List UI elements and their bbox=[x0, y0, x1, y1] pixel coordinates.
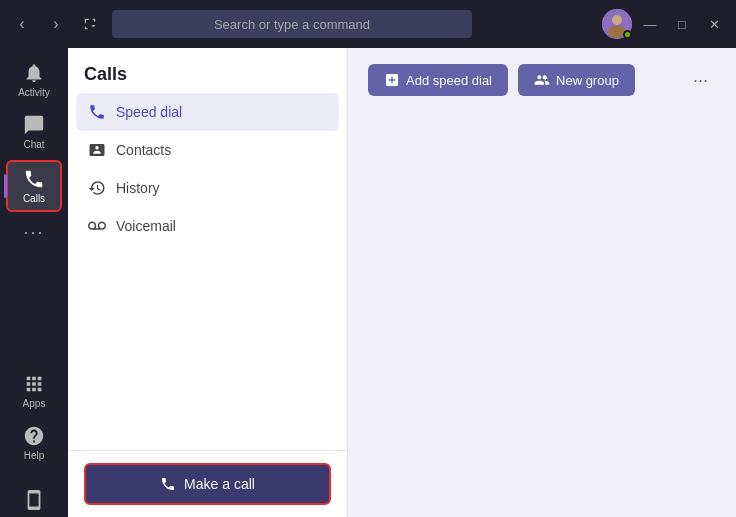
icon-sidebar: Activity Chat Calls ··· Apps bbox=[0, 48, 68, 517]
new-group-button[interactable]: New group bbox=[518, 64, 635, 96]
sidebar-item-more[interactable]: ··· bbox=[6, 216, 62, 249]
sidebar-item-apps[interactable]: Apps bbox=[6, 367, 62, 415]
sidebar-item-calls[interactable]: Calls bbox=[6, 160, 62, 212]
voicemail-label: Voicemail bbox=[116, 218, 176, 234]
forward-button[interactable]: › bbox=[42, 10, 70, 38]
speed-dial-icon bbox=[88, 103, 106, 121]
history-label: History bbox=[116, 180, 160, 196]
speed-dial-label: Speed dial bbox=[116, 104, 182, 120]
contacts-label: Contacts bbox=[116, 142, 171, 158]
calls-label: Calls bbox=[23, 193, 45, 204]
more-dots: ··· bbox=[23, 222, 44, 243]
make-call-button[interactable]: Make a call bbox=[84, 463, 331, 505]
nav-item-history[interactable]: History bbox=[76, 169, 339, 207]
more-options-label: ··· bbox=[693, 70, 708, 90]
presence-badge bbox=[623, 30, 632, 39]
back-button[interactable]: ‹ bbox=[8, 10, 36, 38]
history-icon bbox=[88, 179, 106, 197]
add-speed-dial-label: Add speed dial bbox=[406, 73, 492, 88]
nav-item-voicemail[interactable]: Voicemail bbox=[76, 207, 339, 245]
sidebar-item-device[interactable] bbox=[6, 483, 62, 517]
sidebar-item-activity[interactable]: Activity bbox=[6, 56, 62, 104]
minimize-button[interactable]: — bbox=[636, 10, 664, 38]
add-speed-dial-button[interactable]: Add speed dial bbox=[368, 64, 508, 96]
apps-label: Apps bbox=[23, 398, 46, 409]
right-main bbox=[348, 112, 736, 517]
nav-item-speed-dial[interactable]: Speed dial bbox=[76, 93, 339, 131]
chat-label: Chat bbox=[23, 139, 44, 150]
nav-buttons: ‹ › bbox=[8, 10, 104, 38]
main-layout: Activity Chat Calls ··· Apps bbox=[0, 48, 736, 517]
close-button[interactable]: ✕ bbox=[700, 10, 728, 38]
page-title: Calls bbox=[68, 48, 347, 93]
apps-icon bbox=[23, 373, 45, 395]
make-call-label: Make a call bbox=[184, 476, 255, 492]
avatar[interactable] bbox=[602, 9, 632, 39]
new-group-icon bbox=[534, 72, 550, 88]
more-options-button[interactable]: ··· bbox=[685, 66, 716, 95]
bell-icon bbox=[23, 62, 45, 84]
search-input[interactable] bbox=[112, 10, 472, 38]
make-call-icon bbox=[160, 476, 176, 492]
device-icon bbox=[23, 489, 45, 511]
maximize-button[interactable]: □ bbox=[668, 10, 696, 38]
phone-icon bbox=[23, 168, 45, 190]
chat-icon bbox=[23, 114, 45, 136]
nav-list: Speed dial Contacts History Voicemail bbox=[68, 93, 347, 450]
voicemail-icon bbox=[88, 217, 106, 235]
left-panel-footer: Make a call bbox=[68, 450, 347, 517]
contacts-icon bbox=[88, 141, 106, 159]
left-panel: Calls Speed dial Contacts History bbox=[68, 48, 348, 517]
right-content: Add speed dial New group ··· bbox=[348, 48, 736, 517]
sidebar-item-chat[interactable]: Chat bbox=[6, 108, 62, 156]
new-group-label: New group bbox=[556, 73, 619, 88]
sidebar-item-help[interactable]: Help bbox=[6, 419, 62, 467]
nav-item-contacts[interactable]: Contacts bbox=[76, 131, 339, 169]
help-label: Help bbox=[24, 450, 45, 461]
right-toolbar: Add speed dial New group ··· bbox=[348, 48, 736, 112]
help-icon bbox=[23, 425, 45, 447]
title-bar-right: — □ ✕ bbox=[602, 9, 728, 39]
title-bar: ‹ › — □ ✕ bbox=[0, 0, 736, 48]
svg-point-1 bbox=[612, 15, 622, 25]
activity-label: Activity bbox=[18, 87, 50, 98]
add-speed-dial-icon bbox=[384, 72, 400, 88]
expand-button[interactable] bbox=[76, 10, 104, 38]
